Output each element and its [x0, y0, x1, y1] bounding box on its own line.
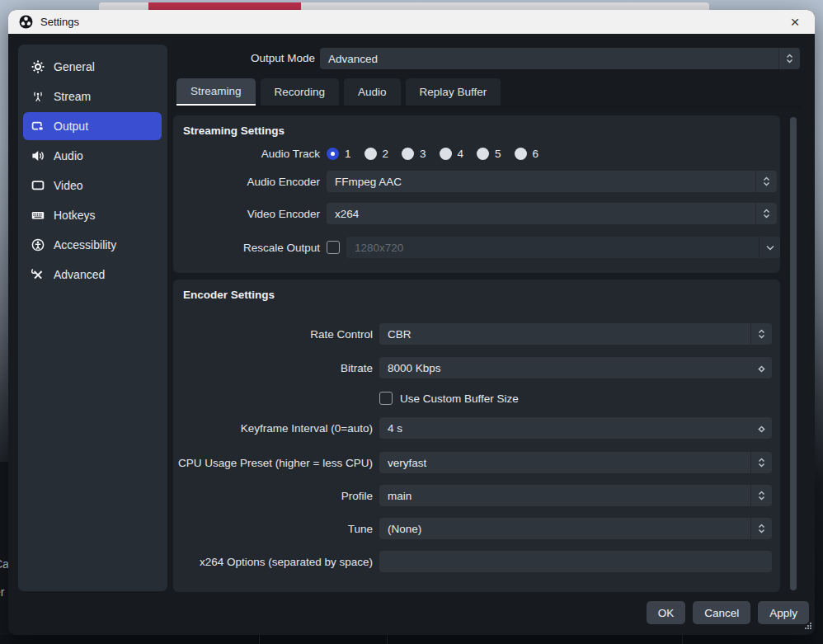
ok-button[interactable]: OK	[647, 601, 686, 624]
sidebar-item-accessibility[interactable]: Accessibility	[23, 231, 162, 259]
tab-audio[interactable]: Audio	[344, 78, 401, 106]
background-dock-strip	[0, 635, 823, 644]
rescale-output-label: Rescale Output	[173, 242, 320, 254]
rate-control-row: Rate Control CBR	[173, 323, 780, 345]
video-encoder-select[interactable]: x264	[327, 203, 777, 224]
sidebar-item-video[interactable]: Video	[23, 172, 162, 200]
keyboard-icon	[31, 209, 45, 222]
output-tabs: Streaming Recording Audio Replay Buffer	[176, 78, 501, 106]
audio-track-radio-5[interactable]: 5	[477, 148, 501, 160]
tune-select[interactable]: (None)	[379, 518, 772, 539]
keyframe-interval-spinner[interactable]: 4 s	[379, 417, 772, 439]
sidebar-item-stream[interactable]: Stream	[23, 82, 162, 110]
tune-value: (None)	[388, 523, 421, 535]
radio-label: 1	[345, 148, 351, 160]
use-custom-buffer-checkbox[interactable]	[379, 392, 393, 405]
settings-window: Settings × General Stream	[8, 10, 815, 635]
use-custom-buffer-checkbox-row: Use Custom Buffer Size	[379, 392, 519, 405]
section-title: Encoder Settings	[183, 289, 275, 301]
antenna-icon	[31, 90, 45, 103]
chevron-updown-icon	[750, 323, 772, 345]
window-title: Settings	[40, 16, 79, 28]
tab-recording[interactable]: Recording	[261, 78, 340, 106]
tools-icon	[31, 268, 45, 281]
keyframe-interval-row: Keyframe Interval (0=auto) 4 s	[173, 417, 780, 439]
cpu-preset-select[interactable]: veryfast	[379, 452, 772, 473]
audio-track-row: Audio Track 1 2 3 4 5 6	[173, 143, 780, 164]
tab-streaming[interactable]: Streaming	[176, 78, 256, 106]
audio-track-radio-3[interactable]: 3	[402, 148, 426, 160]
sidebar-item-advanced[interactable]: Advanced	[23, 261, 162, 289]
sidebar-item-label: Advanced	[54, 268, 105, 281]
tune-row: Tune (None)	[173, 518, 780, 539]
keyframe-interval-value: 4 s	[388, 422, 402, 435]
audio-track-radio-4[interactable]: 4	[440, 148, 464, 160]
section-title: Streaming Settings	[183, 125, 285, 137]
gear-icon	[31, 60, 45, 73]
radio-label: 3	[420, 148, 426, 160]
radio-icon	[327, 148, 339, 160]
obs-logo-icon	[19, 15, 33, 29]
vertical-scrollbar-thumb[interactable]	[790, 117, 797, 590]
settings-sidebar: General Stream Output	[18, 45, 167, 591]
audio-encoder-select[interactable]: FFmpeg AAC	[327, 171, 777, 192]
cpu-preset-row: CPU Usage Preset (higher = less CPU) ver…	[173, 452, 780, 473]
audio-track-radio-1[interactable]: 1	[327, 148, 351, 160]
tune-label: Tune	[173, 523, 373, 535]
radio-icon	[364, 148, 377, 160]
background-divider	[387, 635, 388, 644]
bitrate-value: 8000 Kbps	[388, 362, 441, 374]
profile-select[interactable]: main	[379, 485, 772, 506]
chevron-updown-icon	[755, 171, 777, 192]
chevron-down-icon	[759, 237, 780, 258]
custom-buffer-row: Use Custom Buffer Size	[173, 388, 780, 409]
spin-down-icon[interactable]	[758, 423, 765, 435]
output-mode-select[interactable]: Advanced	[320, 48, 800, 69]
background-divider	[259, 635, 260, 644]
close-icon[interactable]: ×	[784, 10, 806, 34]
rescale-resolution-select[interactable]: 1280x720	[346, 237, 780, 258]
x264-options-label: x264 Options (separated by space)	[173, 556, 373, 568]
cancel-button[interactable]: Cancel	[693, 601, 750, 624]
rate-control-label: Rate Control	[173, 328, 373, 341]
apply-button[interactable]: Apply	[758, 601, 809, 624]
titlebar[interactable]: Settings ×	[8, 10, 815, 34]
radio-icon	[515, 148, 527, 160]
sidebar-item-hotkeys[interactable]: Hotkeys	[23, 201, 162, 229]
keyframe-interval-label: Keyframe Interval (0=auto)	[173, 422, 373, 435]
radio-label: 2	[383, 148, 389, 160]
output-mode-value: Advanced	[328, 53, 378, 65]
spin-down-icon[interactable]	[758, 363, 765, 375]
bitrate-row: Bitrate 8000 Kbps	[173, 357, 780, 378]
accessibility-icon	[31, 238, 45, 251]
sidebar-item-label: Stream	[54, 90, 91, 103]
tabs-divider	[176, 106, 802, 107]
rate-control-select[interactable]: CBR	[379, 323, 772, 345]
output-icon	[31, 120, 45, 133]
audio-track-radio-2[interactable]: 2	[364, 148, 389, 160]
x264-options-input[interactable]	[379, 551, 772, 572]
rescale-output-checkbox[interactable]	[327, 241, 340, 254]
use-custom-buffer-label: Use Custom Buffer Size	[400, 393, 519, 405]
sidebar-item-label: Accessibility	[54, 238, 116, 251]
tab-replay-buffer[interactable]: Replay Buffer	[406, 78, 501, 106]
chevron-updown-icon	[778, 48, 800, 69]
sidebar-item-audio[interactable]: Audio	[23, 142, 162, 170]
sidebar-item-label: Output	[54, 120, 88, 133]
monitor-icon	[31, 179, 45, 192]
audio-track-radio-6[interactable]: 6	[515, 148, 539, 160]
audio-track-label: Audio Track	[173, 148, 320, 160]
sidebar-item-general[interactable]: General	[23, 53, 162, 81]
rescale-resolution-value: 1280x720	[355, 242, 403, 254]
resize-grip[interactable]	[804, 618, 812, 633]
radio-icon	[402, 148, 414, 160]
profile-value: main	[388, 490, 412, 502]
video-encoder-row: Video Encoder x264	[173, 203, 780, 224]
speaker-icon	[31, 149, 45, 162]
chevron-updown-icon	[750, 485, 772, 506]
audio-encoder-value: FFmpeg AAC	[335, 176, 402, 188]
bitrate-spinner[interactable]: 8000 Kbps	[379, 357, 772, 378]
sidebar-item-output[interactable]: Output	[23, 112, 162, 140]
sidebar-item-label: Hotkeys	[54, 209, 96, 222]
profile-row: Profile main	[173, 485, 780, 506]
